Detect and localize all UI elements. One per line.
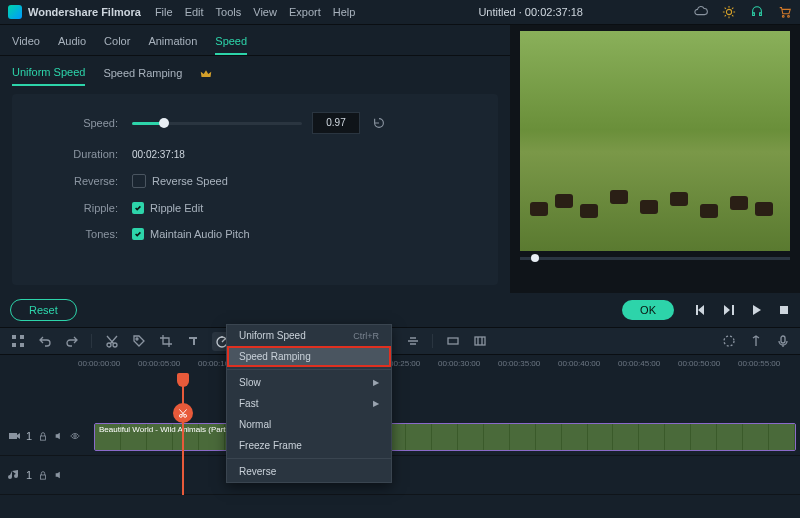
doc-title: Untitled · 00:02:37:18 <box>367 6 694 18</box>
menu-view[interactable]: View <box>253 6 277 18</box>
tick: 00:00:00:00 <box>78 359 120 368</box>
duration-value[interactable]: 00:02:37:18 <box>132 149 185 160</box>
cloud-icon[interactable] <box>694 5 708 19</box>
tab-speed-ramping[interactable]: Speed Ramping <box>103 63 182 85</box>
tick: 00:00:40:00 <box>558 359 600 368</box>
ripple-check-label: Ripple Edit <box>150 202 203 214</box>
tag-icon[interactable] <box>131 334 146 349</box>
menu-export[interactable]: Export <box>289 6 321 18</box>
tab-video[interactable]: Video <box>12 31 40 55</box>
mute-icon[interactable] <box>54 431 64 441</box>
speed-value[interactable]: 0.97 <box>312 112 360 134</box>
clip-label: Beautiful World - Wild Animals (Part...B… <box>99 425 243 434</box>
video-track-num: 1 <box>26 430 32 442</box>
ctx-reverse[interactable]: Reverse <box>227 461 391 482</box>
tones-check-label: Maintain Audio Pitch <box>150 228 250 240</box>
ripple-checkbox[interactable] <box>132 202 144 214</box>
svg-rect-18 <box>475 337 485 345</box>
stop-icon[interactable] <box>778 304 790 316</box>
tick: 00:00:45:00 <box>618 359 660 368</box>
crown-icon <box>200 68 212 80</box>
svg-point-10 <box>136 338 138 340</box>
lock-icon[interactable] <box>38 431 48 441</box>
text-icon[interactable] <box>185 334 200 349</box>
mic-icon[interactable] <box>775 334 790 349</box>
svg-rect-4 <box>12 335 16 339</box>
menu-tools[interactable]: Tools <box>216 6 242 18</box>
svg-rect-17 <box>448 338 458 344</box>
video-clip[interactable]: Beautiful World - Wild Animals (Part...B… <box>94 423 796 451</box>
playhead[interactable] <box>182 375 184 495</box>
mute-icon[interactable] <box>54 470 64 480</box>
reverse-checkbox[interactable] <box>132 174 146 188</box>
svg-point-0 <box>726 9 731 14</box>
speed-slider[interactable] <box>132 122 302 125</box>
next-frame-icon[interactable] <box>722 304 734 316</box>
svg-point-2 <box>788 16 790 18</box>
cart-icon[interactable] <box>778 5 792 19</box>
prev-frame-icon[interactable] <box>694 304 706 316</box>
tool-e-icon[interactable] <box>405 334 420 349</box>
ctx-speed-ramping[interactable]: Speed Ramping <box>227 346 391 367</box>
tick: 00:00:50:00 <box>678 359 720 368</box>
tones-checkbox[interactable] <box>132 228 144 240</box>
tick: 00:00:30:00 <box>438 359 480 368</box>
svg-rect-26 <box>41 475 46 479</box>
tab-color[interactable]: Color <box>104 31 130 55</box>
redo-icon[interactable] <box>64 334 79 349</box>
svg-rect-6 <box>12 343 16 347</box>
tick: 00:00:05:00 <box>138 359 180 368</box>
context-menu: Uniform SpeedCtrl+R Speed Ramping Slow▶ … <box>226 324 392 483</box>
grid-icon[interactable] <box>10 334 25 349</box>
preview-scrubber[interactable] <box>520 257 790 260</box>
menu-file[interactable]: File <box>155 6 173 18</box>
ctx-uniform-speed[interactable]: Uniform SpeedCtrl+R <box>227 325 391 346</box>
marker-icon[interactable] <box>748 334 763 349</box>
ctx-normal[interactable]: Normal <box>227 414 391 435</box>
tab-animation[interactable]: Animation <box>148 31 197 55</box>
tones-label: Tones: <box>32 228 132 240</box>
app-logo <box>8 5 22 19</box>
timeline-ruler[interactable]: 00:00:00:00 00:00:05:00 00:00:10:00 00:0… <box>0 355 800 375</box>
duration-label: Duration: <box>32 148 132 160</box>
speed-reset-icon[interactable] <box>372 116 386 130</box>
ok-button[interactable]: OK <box>622 300 674 320</box>
svg-rect-23 <box>9 433 17 439</box>
svg-point-25 <box>74 435 77 438</box>
app-name: Wondershare Filmora <box>28 6 141 18</box>
preview-viewport[interactable] <box>520 31 790 251</box>
tool-g-icon[interactable] <box>472 334 487 349</box>
ctx-slow[interactable]: Slow▶ <box>227 372 391 393</box>
undo-icon[interactable] <box>37 334 52 349</box>
tick: 00:00:55:00 <box>738 359 780 368</box>
tool-f-icon[interactable] <box>445 334 460 349</box>
svg-point-19 <box>724 336 734 346</box>
headset-icon[interactable] <box>750 5 764 19</box>
zoom-settings-icon[interactable] <box>721 334 736 349</box>
video-track-icon <box>8 430 20 442</box>
svg-rect-24 <box>41 436 46 440</box>
tick: 00:00:35:00 <box>498 359 540 368</box>
tab-audio[interactable]: Audio <box>58 31 86 55</box>
ctx-freeze[interactable]: Freeze Frame <box>227 435 391 456</box>
reset-button[interactable]: Reset <box>10 299 77 321</box>
tab-uniform-speed[interactable]: Uniform Speed <box>12 62 85 86</box>
audio-track-icon <box>8 469 20 481</box>
menu-edit[interactable]: Edit <box>185 6 204 18</box>
audio-track-num: 1 <box>26 469 32 481</box>
sun-icon[interactable] <box>722 5 736 19</box>
ctx-fast[interactable]: Fast▶ <box>227 393 391 414</box>
svg-rect-3 <box>780 306 788 314</box>
cut-icon[interactable] <box>104 334 119 349</box>
reverse-label: Reverse: <box>32 175 132 187</box>
crop-icon[interactable] <box>158 334 173 349</box>
eye-icon[interactable] <box>70 431 80 441</box>
play-icon[interactable] <box>750 304 762 316</box>
svg-rect-20 <box>781 336 785 343</box>
menu-help[interactable]: Help <box>333 6 356 18</box>
svg-rect-7 <box>20 343 24 347</box>
lock-icon[interactable] <box>38 470 48 480</box>
ripple-label: Ripple: <box>32 202 132 214</box>
svg-rect-5 <box>20 335 24 339</box>
tab-speed[interactable]: Speed <box>215 31 247 55</box>
